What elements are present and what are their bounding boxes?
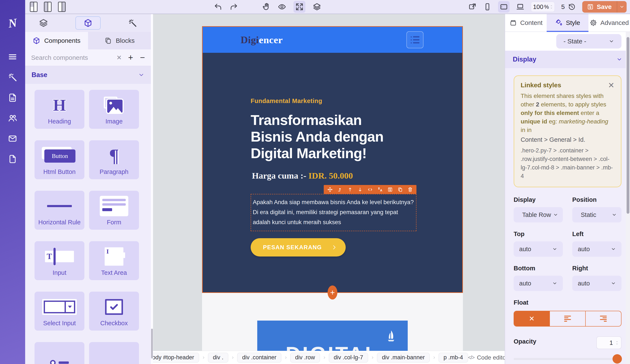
tab-blocks[interactable]: Blocks [88, 32, 151, 49]
layers-icon[interactable] [313, 2, 321, 11]
component-card-input[interactable]: T Input [34, 241, 84, 280]
device-mobile-icon[interactable] [483, 2, 492, 11]
app-logo-icon[interactable]: N [8, 15, 18, 30]
add-section-button[interactable]: + [328, 285, 338, 300]
tab-components[interactable]: Components [25, 32, 88, 49]
code-editor-button[interactable]: </> Code editor [468, 354, 505, 361]
state-row: - State - [505, 32, 630, 51]
export-icon[interactable] [468, 2, 477, 11]
zoom-stepper[interactable] [550, 5, 553, 9]
device-tablet-toggle[interactable] [498, 1, 510, 12]
float-right-button[interactable] [585, 311, 621, 326]
breadcrumb-item[interactable]: div .row [290, 353, 320, 363]
component-card-paragraph[interactable]: ¶ Paragraph [89, 140, 139, 179]
opacity-stepper[interactable] [616, 341, 618, 345]
code-icon[interactable] [368, 187, 373, 192]
category-base-header[interactable]: Base [25, 66, 151, 84]
save-block-icon[interactable] [388, 187, 393, 192]
slider-thumb[interactable] [612, 354, 622, 364]
selected-paragraph[interactable]: Apakah Anda siap membawa bisnis Anda ke … [251, 194, 416, 231]
tab-advanced[interactable]: Advanced [588, 14, 630, 31]
breadcrumb-item[interactable]: div .col-lg-7 [329, 353, 368, 363]
component-card-horizontal-rule[interactable]: Horizontal Rule [34, 191, 84, 230]
device-desktop-icon[interactable] [516, 2, 524, 11]
history-control[interactable]: 5 [561, 3, 576, 11]
next-section[interactable]: DIGITAL [202, 293, 463, 351]
move-down-icon[interactable] [358, 187, 363, 192]
redo-icon[interactable] [230, 2, 238, 11]
move-up-out-icon[interactable] [338, 187, 343, 192]
hero-price[interactable]: Harga cuma :- IDR. 50.000 [252, 171, 414, 181]
save-button[interactable]: Save [582, 1, 617, 12]
site-header[interactable]: Digiencer [203, 27, 462, 53]
linked-styles-warning: Linked styles ✕ This element shares styl… [514, 75, 622, 187]
save-dropdown-button[interactable] [617, 1, 626, 12]
tab-content[interactable]: Content [505, 14, 547, 31]
fullscreen-toggle[interactable] [294, 1, 306, 13]
zoom-input[interactable]: 100 % [531, 2, 555, 12]
selected-section[interactable]: Digiencer Fundamental Marketing T [202, 26, 463, 293]
breadcrumb-item[interactable]: div . [208, 353, 228, 363]
translate-icon[interactable] [378, 187, 383, 192]
users-icon[interactable] [8, 113, 18, 123]
breadcrumb-item[interactable]: div .container [237, 353, 281, 363]
breadcrumb-item[interactable]: p .mb-4 [438, 353, 468, 363]
float-none-button[interactable]: ✕ [514, 311, 550, 326]
site-menu-button[interactable] [406, 31, 424, 48]
component-card-image[interactable]: Image [89, 90, 139, 129]
breadcrumb-item[interactable]: body #top-header [153, 353, 199, 363]
delete-icon[interactable] [408, 187, 413, 192]
hero-heading[interactable]: Transformasikan Bisnis Anda dengan Digit… [251, 112, 414, 162]
wand-tab-icon[interactable] [128, 18, 137, 28]
component-card-link[interactable] [89, 342, 139, 364]
hero-section[interactable]: Fundamental Marketing Transformasikan Bi… [203, 53, 462, 292]
scrollbar-thumb[interactable] [626, 37, 629, 214]
component-card-form[interactable]: Form [89, 191, 139, 230]
digital-banner[interactable]: DIGITAL [257, 321, 408, 351]
hero-cta-button[interactable]: PESAN SEKARANG [251, 238, 346, 256]
bottom-select[interactable]: auto [514, 276, 563, 291]
float-left-button[interactable] [550, 311, 585, 326]
search-input[interactable] [31, 54, 114, 61]
top-select[interactable]: auto [514, 241, 563, 257]
component-card-html-button[interactable]: Button Html Button [34, 140, 84, 179]
menu-icon[interactable] [8, 52, 18, 62]
component-card-radio[interactable] [34, 342, 84, 364]
state-selector[interactable]: - State - [556, 34, 622, 48]
toggle-right-panel-button[interactable] [58, 2, 66, 12]
opacity-input[interactable]: 1 [596, 336, 622, 349]
component-card-heading[interactable]: H Heading [34, 90, 84, 129]
drag-move-icon[interactable] [327, 187, 333, 192]
opacity-slider[interactable] [514, 354, 622, 364]
document-icon[interactable] [8, 93, 18, 103]
preview-eye-icon[interactable] [278, 2, 286, 11]
display-section-header[interactable]: Display [505, 51, 630, 68]
toggle-both-panels-button[interactable] [44, 2, 52, 12]
magic-wand-icon[interactable] [8, 72, 18, 82]
component-card-text-area[interactable]: I Text Area [89, 241, 139, 280]
right-select[interactable]: auto [572, 276, 622, 291]
hero-eyebrow[interactable]: Fundamental Marketing [251, 98, 414, 105]
component-card-select-input[interactable]: Select Input [34, 292, 84, 331]
components-tab-button[interactable] [76, 16, 100, 30]
layers-tab-icon[interactable] [39, 18, 48, 28]
breadcrumb-item[interactable]: div .main-banner [377, 353, 430, 363]
left-panel-scrollbar[interactable] [151, 329, 153, 359]
right-panel-scrollbar[interactable] [626, 32, 630, 364]
component-card-checkbox[interactable]: Checkbox [89, 292, 139, 331]
display-select[interactable]: Table Row [514, 207, 563, 222]
expand-all-icon[interactable]: + [128, 53, 133, 62]
collapse-all-icon[interactable]: − [140, 53, 145, 62]
move-up-icon[interactable] [348, 187, 353, 192]
toggle-left-panel-button[interactable] [30, 2, 38, 12]
close-icon[interactable]: ✕ [608, 82, 614, 89]
position-select[interactable]: Static [572, 207, 622, 222]
tab-style[interactable]: Style [547, 14, 588, 31]
undo-icon[interactable] [214, 2, 222, 11]
mail-icon[interactable] [8, 134, 18, 144]
file-icon[interactable] [8, 154, 18, 164]
clone-icon[interactable] [398, 187, 403, 192]
hand-tool-icon[interactable] [262, 2, 270, 11]
clear-search-icon[interactable]: ✕ [116, 54, 122, 61]
left-select[interactable]: auto [572, 241, 622, 257]
